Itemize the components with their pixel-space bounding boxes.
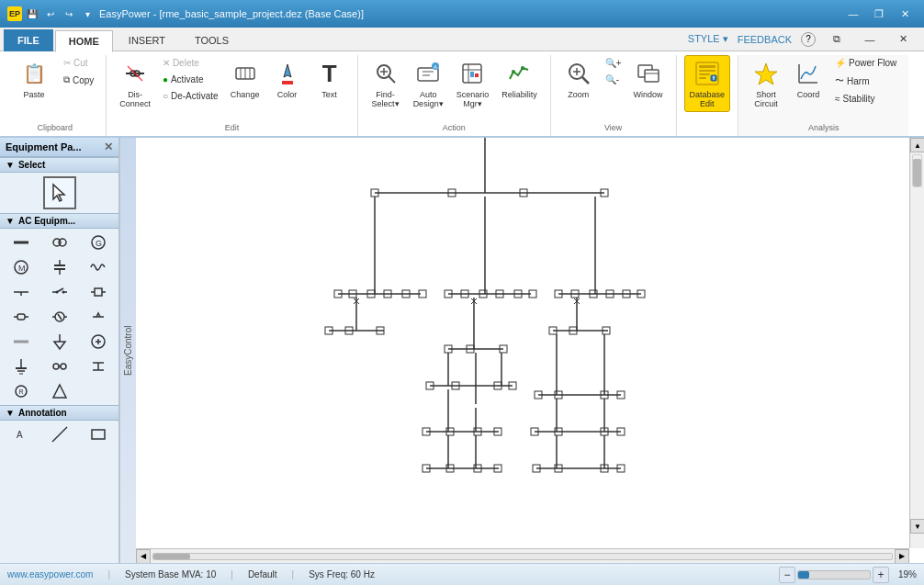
canvas-scrollbar-v[interactable]: ▲ ▼ bbox=[909, 138, 924, 548]
text-button[interactable]: T Text bbox=[310, 55, 350, 103]
scroll-down-button[interactable]: ▼ bbox=[910, 519, 924, 534]
eq-inductor[interactable] bbox=[79, 255, 117, 279]
ribbon-minimize-button[interactable]: ⧉ bbox=[825, 30, 849, 49]
style-link[interactable]: STYLE ▾ bbox=[688, 33, 728, 45]
ann-line[interactable] bbox=[40, 422, 78, 446]
svg-text:R: R bbox=[18, 388, 23, 395]
color-button[interactable]: Color bbox=[267, 55, 308, 103]
eq-misc5[interactable] bbox=[79, 379, 117, 403]
eq-ground[interactable] bbox=[2, 354, 39, 378]
eq-transformer[interactable] bbox=[40, 231, 78, 254]
zoom-slider[interactable] bbox=[797, 570, 871, 579]
undo-quick-btn[interactable]: ↩ bbox=[42, 6, 59, 22]
analysis-group-label: Analysis bbox=[808, 123, 839, 132]
zoom-in-button[interactable]: 🔍+ bbox=[601, 55, 626, 71]
section-header-ac[interactable]: ▼ AC Equipm... bbox=[0, 213, 118, 229]
panel-header: Equipment Pa... ✕ bbox=[0, 138, 118, 157]
eq-cable[interactable] bbox=[2, 330, 39, 354]
save-quick-btn[interactable]: 💾 bbox=[24, 6, 40, 22]
stability-button[interactable]: ≈ Stability bbox=[830, 91, 901, 107]
short-circuit-button[interactable]: ShortCircuit bbox=[746, 55, 786, 112]
scroll-left-button[interactable]: ◀ bbox=[136, 549, 151, 564]
window-button[interactable]: Window bbox=[628, 55, 669, 103]
canvas-scrollbar-h[interactable]: ◀ ▶ bbox=[136, 548, 909, 563]
harm-button[interactable]: 〜 Harm bbox=[830, 72, 901, 90]
eq-motor[interactable]: M bbox=[2, 255, 39, 279]
redo-quick-btn[interactable]: ↪ bbox=[61, 6, 77, 22]
cut-button[interactable]: ✂ Cut bbox=[59, 55, 98, 71]
more-quick-btn[interactable]: ▾ bbox=[79, 6, 96, 22]
eq-meter[interactable] bbox=[79, 305, 117, 329]
eq-misc2[interactable] bbox=[79, 354, 117, 378]
status-right: − + 19% bbox=[779, 567, 917, 583]
eq-load[interactable] bbox=[40, 330, 78, 354]
database-edit-button[interactable]: DatabaseEdit bbox=[684, 55, 731, 112]
system-base-label: System Base MVA: 10 bbox=[125, 569, 216, 579]
ribbon-restore-button[interactable]: — bbox=[858, 30, 882, 49]
canvas-area[interactable]: ▲ ▼ ◀ ▶ bbox=[136, 138, 924, 563]
eq-source[interactable] bbox=[79, 330, 117, 354]
eq-switch[interactable] bbox=[40, 280, 78, 304]
scroll-track-h bbox=[152, 553, 893, 560]
tab-insert[interactable]: INSERT bbox=[115, 29, 179, 51]
scenario-mgr-button[interactable]: ScenarioMgr▾ bbox=[451, 55, 495, 112]
disconnect-button[interactable]: Dis-Connect bbox=[114, 55, 156, 112]
deactivate-button[interactable]: ○ De-Activate bbox=[158, 88, 223, 104]
section-header-select[interactable]: ▼ Select bbox=[0, 157, 118, 173]
svg-rect-63 bbox=[95, 288, 102, 296]
close-button[interactable]: ✕ bbox=[893, 5, 917, 23]
eq-bus[interactable] bbox=[2, 231, 39, 254]
feedback-link[interactable]: FEEDBACK bbox=[738, 34, 792, 45]
minimize-button[interactable]: — bbox=[841, 5, 865, 23]
website-link[interactable]: www.easypower.com bbox=[7, 569, 93, 579]
ribbon-close-button[interactable]: ✕ bbox=[891, 30, 915, 49]
eq-fuse[interactable] bbox=[2, 305, 39, 329]
ribbon: 📋 Paste ✂ Cut ⧉ Copy Clipboard bbox=[0, 51, 924, 138]
delete-button[interactable]: ✕ Delete bbox=[158, 55, 223, 71]
scroll-right-button[interactable]: ▶ bbox=[895, 549, 909, 564]
svg-marker-44 bbox=[53, 185, 64, 201]
panel-close-button[interactable]: ✕ bbox=[104, 141, 113, 153]
eq-line[interactable] bbox=[2, 280, 39, 304]
maximize-button[interactable]: ❐ bbox=[867, 5, 891, 23]
scroll-up-button[interactable]: ▲ bbox=[910, 138, 924, 152]
eq-misc3[interactable]: R bbox=[2, 379, 39, 403]
svg-rect-35 bbox=[699, 70, 716, 72]
zoom-out-button[interactable]: 🔍- bbox=[601, 72, 626, 87]
tab-home[interactable]: HOME bbox=[55, 30, 113, 52]
power-flow-button[interactable]: ⚡ Power Flow bbox=[830, 55, 901, 71]
coord-button[interactable]: Coord bbox=[788, 55, 828, 103]
copy-button[interactable]: ⧉ Copy bbox=[59, 72, 98, 88]
zoom-button[interactable]: Zoom bbox=[558, 55, 599, 103]
section-header-annotation[interactable]: ▼ Annotation bbox=[0, 405, 118, 421]
select-cursor-button[interactable] bbox=[43, 176, 76, 209]
change-button[interactable]: Change bbox=[225, 55, 265, 103]
tab-file[interactable]: FILE bbox=[4, 29, 53, 51]
app-icon: EP bbox=[7, 6, 22, 21]
eq-misc1[interactable] bbox=[40, 354, 78, 378]
short-circuit-icon bbox=[751, 59, 781, 88]
zoom-in-status-button[interactable]: + bbox=[873, 567, 889, 583]
help-button[interactable]: ? bbox=[801, 32, 816, 47]
reliability-button[interactable]: Reliability bbox=[496, 55, 543, 103]
db-edit-items: DatabaseEdit bbox=[684, 55, 731, 136]
tab-tools[interactable]: TOOLS bbox=[181, 29, 242, 51]
eq-generator[interactable]: G bbox=[79, 231, 117, 254]
database-edit-icon bbox=[693, 59, 722, 88]
eq-relay[interactable] bbox=[40, 305, 78, 329]
activate-button[interactable]: ● Activate bbox=[158, 72, 223, 87]
ribbon-tabs: FILE HOME INSERT TOOLS bbox=[0, 28, 248, 51]
auto-design-button[interactable]: A AutoDesign▾ bbox=[408, 55, 449, 112]
find-select-button[interactable]: Find-Select▾ bbox=[366, 55, 406, 112]
paste-button[interactable]: 📋 Paste bbox=[11, 55, 57, 103]
title-bar-left: EP 💾 ↩ ↪ ▾ EasyPower - [rme_basic_sample… bbox=[7, 6, 364, 22]
eq-breaker[interactable] bbox=[79, 280, 117, 304]
easy-control-tab[interactable]: EasyControl bbox=[119, 138, 136, 563]
ann-box[interactable] bbox=[79, 422, 117, 446]
power-flow-icon: ⚡ bbox=[835, 58, 846, 68]
ann-text[interactable]: A bbox=[2, 422, 39, 446]
zoom-out-status-button[interactable]: − bbox=[779, 567, 795, 583]
eq-misc4[interactable] bbox=[40, 379, 78, 403]
delete-label: Delete bbox=[173, 58, 199, 68]
eq-capacitor[interactable] bbox=[40, 255, 78, 279]
